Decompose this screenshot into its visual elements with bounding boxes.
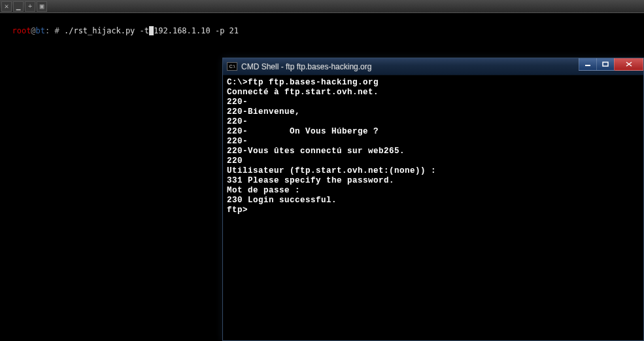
prompt-at: @ <box>31 26 35 35</box>
close-button[interactable] <box>614 58 643 71</box>
cmd-output-line: 220-Vous ûtes connectú sur web265. <box>227 147 639 156</box>
cmd-output-line: 220- <box>227 98 639 107</box>
svg-rect-1 <box>603 62 608 66</box>
cmd-output-line: 230 Login successful. <box>227 196 639 206</box>
linux-terminal-body[interactable]: root@bt: # ./rst_hijack.py -t 192.168.1.… <box>0 13 644 39</box>
cmd-output-line: 220-Bienvenue, <box>227 107 639 117</box>
copy-icon[interactable]: ▣ <box>37 1 47 12</box>
prompt-command-after: 192.168.1.10 -p 21 <box>154 26 239 35</box>
prompt-user: root <box>12 26 31 35</box>
minimize-button[interactable] <box>579 58 597 71</box>
cmd-output-line: 331 Please specify the password. <box>227 176 639 186</box>
cmd-output-line: ftp> <box>227 206 639 215</box>
svg-rect-0 <box>585 65 590 66</box>
maximize-button[interactable] <box>596 58 615 71</box>
maximize-icon <box>602 62 609 67</box>
cmd-output-line: C:\>ftp ftp.bases-hacking.org <box>227 78 639 88</box>
prompt-hash: # <box>50 26 64 35</box>
cmd-output-area[interactable]: C:\>ftp ftp.bases-hacking.orgConnecté à … <box>223 75 643 340</box>
prompt-command-before: ./rst_hijack.py -t <box>64 26 149 35</box>
new-tab-icon[interactable]: + <box>25 1 35 12</box>
cmd-icon: C:\ <box>227 62 237 71</box>
cmd-output-line: Utilisateur (ftp.start.ovh.net:(none)) : <box>227 166 639 176</box>
minimize-icon[interactable]: ▁ <box>13 1 24 12</box>
cmd-output-line: Connecté à ftp.start.ovh.net. <box>227 88 639 98</box>
cmd-output-line: 220- On Vous Húberge ? <box>227 127 639 137</box>
close-icon[interactable]: ✕ <box>1 1 12 12</box>
terminal-cursor <box>149 26 154 35</box>
cmd-titlebar[interactable]: C:\ CMD Shell - ftp ftp.bases-hacking.or… <box>223 58 643 75</box>
cmd-window: C:\ CMD Shell - ftp ftp.bases-hacking.or… <box>222 58 644 341</box>
prompt-host: bt <box>36 26 45 35</box>
cmd-title: CMD Shell - ftp ftp.bases-hacking.org <box>241 62 371 71</box>
window-controls <box>579 58 643 71</box>
close-icon <box>626 62 632 67</box>
cmd-output-line: Mot de passe : <box>227 186 639 196</box>
cmd-output-line: 220- <box>227 117 639 127</box>
minimize-icon <box>585 62 591 67</box>
cmd-output-line: 220 <box>227 156 639 166</box>
cmd-output-line: 220- <box>227 137 639 147</box>
linux-terminal-toolbar: ✕ ▁ + ▣ <box>0 0 644 13</box>
